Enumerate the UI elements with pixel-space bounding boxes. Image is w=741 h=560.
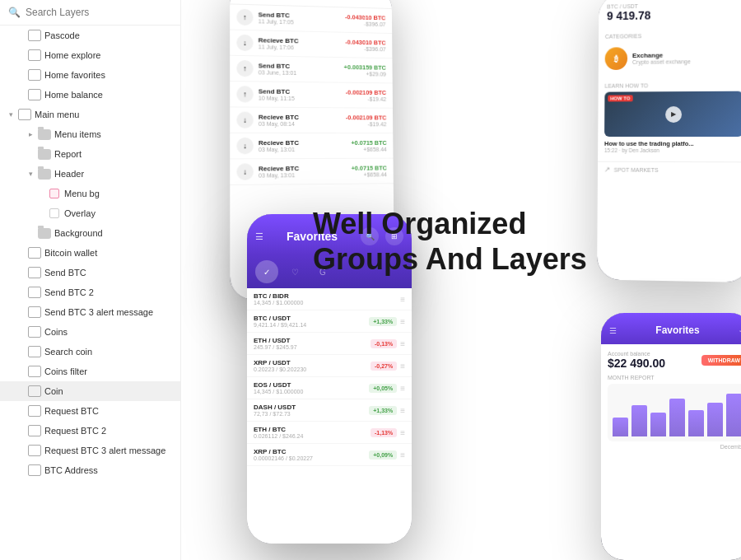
- layer-item-request-btc[interactable]: Request BTC: [0, 401, 180, 421]
- fav-menu-icon[interactable]: ≡: [400, 406, 405, 415]
- rect-icon: [48, 207, 61, 220]
- layer-label: Request BTC 2: [44, 426, 106, 436]
- layer-label: Coins: [44, 327, 68, 337]
- fav-pair-info: XRP / BTC 0.00002146 / $0.20227: [254, 448, 369, 461]
- layer-item-request-btc-2[interactable]: Request BTC 2: [0, 421, 180, 441]
- layer-item-request-btc-3[interactable]: Request BTC 3 alert message: [0, 441, 180, 460]
- search-icon: 🔍: [8, 7, 21, 18]
- tx-item: ↑ Send BTC 03 June, 13:01 +0.003159 BTC …: [230, 56, 393, 84]
- screen-icon: [28, 365, 41, 378]
- tx-btc: +0.0715 BTC: [352, 165, 387, 172]
- layer-item-send-btc[interactable]: Send BTC: [0, 263, 180, 282]
- heading-line1: Well Organized: [313, 206, 587, 241]
- fav-price: 0.00002146 / $0.20227: [254, 455, 369, 461]
- layer-label: Menu bg: [64, 189, 100, 198]
- layer-item-menu-bg[interactable]: Menu bg: [0, 184, 180, 203]
- fav-pair-info: ETH / USDT 245.97 / $245.97: [254, 337, 370, 350]
- tab-heart[interactable]: ♡: [283, 260, 306, 283]
- layer-item-report[interactable]: Report: [0, 144, 180, 164]
- tx-usd: +$658.44: [352, 171, 387, 177]
- tx-info: Send BTC 10 May, 11:15: [259, 87, 341, 101]
- screen-icon: [28, 246, 41, 259]
- fav-change: +0,05%: [369, 384, 397, 393]
- favorites-list: BTC / BIDR 14,345 / $1.000000 ≡ BTC / US…: [247, 288, 412, 544]
- layer-label: Header: [54, 169, 84, 179]
- fav-menu-icon[interactable]: ≡: [400, 450, 405, 460]
- layer-item-coins[interactable]: Coins: [0, 322, 180, 342]
- tx-usd: -$19.42: [346, 121, 387, 127]
- tx-item: ↓ Recieve BTC 03 May, 13:01 +0.0715 BTC …: [230, 159, 394, 185]
- layer-item-header[interactable]: ▾ Header: [0, 164, 180, 184]
- search-bar[interactable]: 🔍: [0, 0, 180, 26]
- fav-item: XRP / BTC 0.00002146 / $0.20227 +0,09% ≡: [247, 444, 412, 466]
- arrow-icon: ↗: [604, 166, 611, 174]
- layer-label: Send BTC 2: [44, 287, 94, 297]
- spot-markets-label: SPOT MARKETS: [614, 166, 659, 172]
- tx-date: 03 June, 13:01: [259, 69, 339, 76]
- tx-date: 03 May, 13:01: [259, 147, 347, 152]
- tab-checkmark[interactable]: ✓: [255, 260, 278, 283]
- fav-item: EOS / USDT 14,345 / $1.000000 +0,05% ≡: [247, 377, 412, 399]
- fav-menu-icon[interactable]: ≡: [400, 362, 405, 371]
- tx-date: 11 July, 17:06: [259, 44, 341, 51]
- layer-item-coins-filter[interactable]: Coins filter: [0, 362, 180, 381]
- layer-label: Main menu: [35, 110, 79, 119]
- search-input[interactable]: [26, 7, 172, 18]
- folder-icon: [38, 167, 51, 180]
- learn-section: LEARN HOW TO HOW TO ▶ How to use the tra…: [598, 77, 741, 162]
- exchange-info: Exchange Crypto asset exchange: [632, 51, 691, 65]
- fav-menu-icon[interactable]: ≡: [400, 339, 405, 348]
- fav-menu-icon[interactable]: ≡: [400, 384, 405, 393]
- rb-content: Account balance $22 490.00 WITHDRAW MONT…: [601, 344, 741, 456]
- layer-item-send-btc-3[interactable]: Send BTC 3 alert message: [0, 302, 180, 322]
- withdraw-button[interactable]: WITHDRAW: [701, 355, 741, 366]
- layer-item-home-explore[interactable]: Home explore: [0, 45, 180, 65]
- spot-markets: ↗ SPOT MARKETS: [598, 161, 741, 178]
- tx-arrow-icon: ↓: [236, 35, 253, 51]
- tx-usd: +$29.09: [344, 71, 386, 77]
- chevron-icon: ▾: [26, 170, 35, 178]
- tx-amount: -0.043010 BTC -$396.07: [345, 13, 385, 27]
- fav-menu-icon[interactable]: ≡: [400, 428, 405, 437]
- layer-item-home-balance[interactable]: Home balance: [0, 85, 180, 105]
- tx-date: 03 May, 13:01: [259, 172, 347, 179]
- tx-amount: +0.0715 BTC +$658.44: [351, 139, 386, 152]
- layer-item-menu-items[interactable]: ▸ Menu items: [0, 124, 180, 144]
- phone-right-bottom: ☰ Favorites ✓ Account balance $22 490.00…: [601, 313, 741, 560]
- fav-change: -1,13%: [370, 428, 397, 437]
- layer-item-overlay[interactable]: Overlay: [0, 203, 180, 223]
- layer-item-bitcoin-wallet[interactable]: Bitcoin wallet: [0, 243, 180, 263]
- layer-item-btc-address[interactable]: BTC Address: [0, 460, 180, 480]
- layer-item-home-favorites[interactable]: Home favorites: [0, 65, 180, 85]
- layer-label: BTC Address: [44, 465, 98, 475]
- layer-label: Request BTC 3 alert message: [44, 446, 165, 455]
- rb-menu-icon[interactable]: ☰: [609, 326, 617, 335]
- tx-info: Recieve BTC 03 May, 08:14: [259, 114, 341, 127]
- layer-label: Report: [54, 149, 82, 159]
- tx-btc: -0.002109 BTC: [346, 89, 387, 96]
- layer-item-background[interactable]: Background: [0, 223, 180, 243]
- fav-menu-icon[interactable]: ≡: [400, 295, 405, 304]
- fav-price: 245.97 / $245.97: [254, 344, 370, 350]
- layer-label: Coins filter: [44, 366, 87, 376]
- fav-pair-info: DASH / USDT 72,73 / $72.73: [254, 404, 369, 417]
- tx-item: ↓ Recieve BTC 11 July, 17:06 -0.043010 B…: [230, 30, 392, 59]
- layer-item-main-menu[interactable]: ▾ Main menu: [0, 105, 180, 124]
- screen-icon: [28, 29, 41, 42]
- bar-3: [650, 413, 666, 436]
- how-to-badge: HOW TO: [608, 95, 632, 101]
- tx-amount: -0.002109 BTC -$19.42: [346, 114, 387, 127]
- screen-icon: [28, 464, 41, 477]
- hamburger-icon[interactable]: ☰: [255, 231, 263, 242]
- fav-menu-icon[interactable]: ≡: [400, 317, 405, 326]
- rb-header: ☰ Favorites ✓: [601, 313, 741, 344]
- bar-4: [669, 399, 685, 436]
- fav-price: 0.026112 / $246.24: [254, 433, 370, 439]
- layer-label: Send BTC: [44, 268, 86, 278]
- layer-item-coin[interactable]: Coin: [0, 381, 180, 401]
- layer-item-send-btc-2[interactable]: Send BTC 2: [0, 282, 180, 302]
- play-button[interactable]: ▶: [665, 106, 682, 123]
- layer-item-search-coin[interactable]: Search coin: [0, 342, 180, 362]
- layer-item-pascode[interactable]: Pascode: [0, 26, 180, 45]
- tx-usd: -$396.07: [345, 45, 385, 52]
